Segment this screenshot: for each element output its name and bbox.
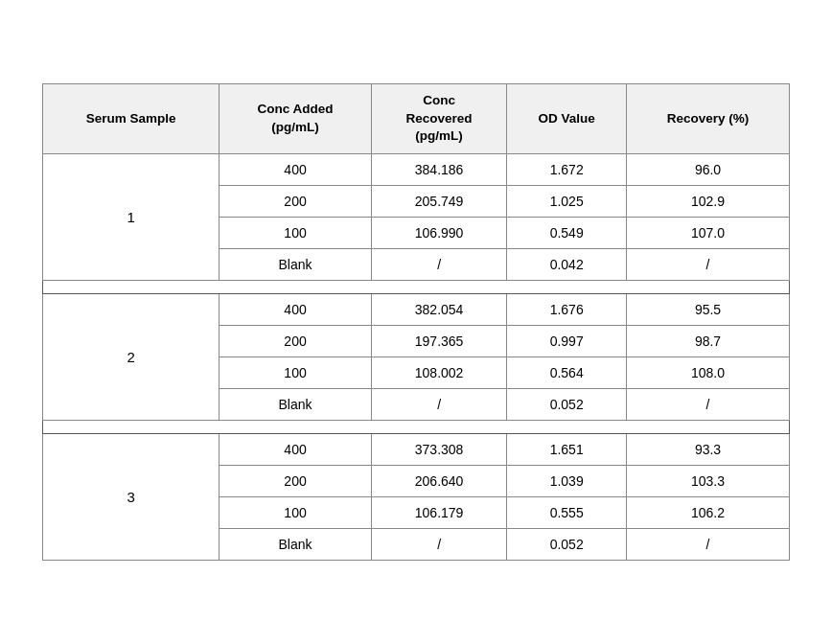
od-value-cell: 0.997 xyxy=(507,326,627,357)
od-value-cell: 0.555 xyxy=(507,497,627,529)
recovery-cell: 106.2 xyxy=(627,497,790,529)
conc-added-cell: Blank xyxy=(220,529,372,561)
table-row: 3400373.3081.65193.3 xyxy=(43,434,790,466)
conc-recovered-cell: 382.054 xyxy=(371,294,507,326)
serum-sample-cell: 3 xyxy=(43,434,220,561)
conc-added-cell: 100 xyxy=(220,497,372,529)
recovery-cell: 108.0 xyxy=(627,357,790,389)
od-value-cell: 0.052 xyxy=(507,529,627,561)
recovery-cell: 93.3 xyxy=(627,434,790,466)
od-value-cell: 0.549 xyxy=(507,218,627,249)
header-recovery: Recovery (%) xyxy=(627,83,790,154)
recovery-cell: / xyxy=(627,529,790,561)
od-value-cell: 1.672 xyxy=(507,154,627,186)
recovery-cell: 107.0 xyxy=(627,218,790,249)
header-conc-recovered: ConcRecovered(pg/mL) xyxy=(371,83,507,154)
od-value-cell: 0.052 xyxy=(507,389,627,421)
conc-added-cell: Blank xyxy=(220,389,372,421)
od-value-cell: 0.564 xyxy=(507,357,627,389)
recovery-table: Serum Sample Conc Added(pg/mL) ConcRecov… xyxy=(42,83,790,562)
recovery-cell: 98.7 xyxy=(627,326,790,357)
header-serum-sample: Serum Sample xyxy=(43,83,220,154)
header-od-value: OD Value xyxy=(507,83,627,154)
spacer-row xyxy=(43,281,790,294)
conc-added-cell: 200 xyxy=(220,466,372,497)
header-row: Serum Sample Conc Added(pg/mL) ConcRecov… xyxy=(43,83,790,154)
conc-recovered-cell: / xyxy=(371,389,507,421)
od-value-cell: 1.676 xyxy=(507,294,627,326)
od-value-cell: 0.042 xyxy=(507,249,627,281)
conc-added-cell: 400 xyxy=(220,434,372,466)
conc-recovered-cell: 106.179 xyxy=(371,497,507,529)
conc-recovered-cell: 106.990 xyxy=(371,218,507,249)
conc-recovered-cell: / xyxy=(371,249,507,281)
table-row: 2400382.0541.67695.5 xyxy=(43,294,790,326)
recovery-cell: 102.9 xyxy=(627,186,790,218)
serum-sample-cell: 1 xyxy=(43,154,220,281)
recovery-cell: 95.5 xyxy=(627,294,790,326)
od-value-cell: 1.651 xyxy=(507,434,627,466)
od-value-cell: 1.025 xyxy=(507,186,627,218)
recovery-cell: 103.3 xyxy=(627,466,790,497)
recovery-cell: / xyxy=(627,389,790,421)
recovery-cell: / xyxy=(627,249,790,281)
conc-added-cell: 100 xyxy=(220,357,372,389)
conc-added-cell: 100 xyxy=(220,218,372,249)
od-value-cell: 1.039 xyxy=(507,466,627,497)
header-conc-added: Conc Added(pg/mL) xyxy=(220,83,372,154)
recovery-cell: 96.0 xyxy=(627,154,790,186)
conc-recovered-cell: 384.186 xyxy=(371,154,507,186)
table-row: 1400384.1861.67296.0 xyxy=(43,154,790,186)
conc-added-cell: 400 xyxy=(220,154,372,186)
conc-added-cell: 400 xyxy=(220,294,372,326)
conc-recovered-cell: 206.640 xyxy=(371,466,507,497)
spacer-row xyxy=(43,421,790,434)
conc-recovered-cell: 373.308 xyxy=(371,434,507,466)
conc-added-cell: 200 xyxy=(220,326,372,357)
table-wrapper: Serum Sample Conc Added(pg/mL) ConcRecov… xyxy=(42,83,790,562)
conc-recovered-cell: 108.002 xyxy=(371,357,507,389)
conc-recovered-cell: 197.365 xyxy=(371,326,507,357)
conc-added-cell: Blank xyxy=(220,249,372,281)
conc-recovered-cell: 205.749 xyxy=(371,186,507,218)
serum-sample-cell: 2 xyxy=(43,294,220,421)
conc-recovered-cell: / xyxy=(371,529,507,561)
conc-added-cell: 200 xyxy=(220,186,372,218)
